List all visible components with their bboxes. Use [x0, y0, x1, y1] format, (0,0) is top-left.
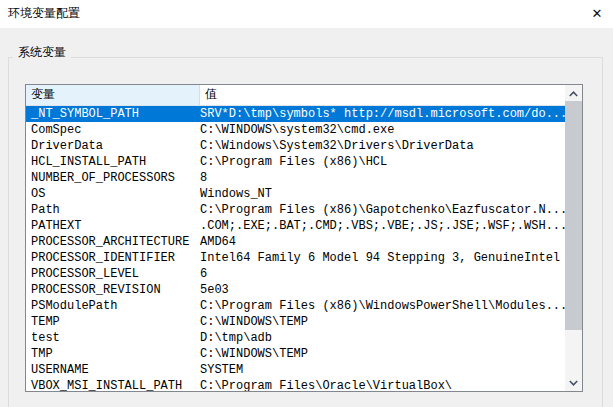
table-row[interactable]: PROCESSOR_ARCHITECTUREAMD64: [26, 234, 565, 250]
variable-value-cell: C:\Program Files (x86)\HCL: [200, 154, 565, 170]
environment-variables-dialog: 环境变量配置 ✕ 系统变量 变量 值 _NT_SYMBOL_PATHSRV*D:…: [0, 0, 613, 407]
table-content: 变量 值 _NT_SYMBOL_PATHSRV*D:\tmp\symbols* …: [26, 85, 565, 391]
variable-name-cell: PSModulePath: [26, 298, 200, 314]
variable-name-cell: test: [26, 330, 200, 346]
window-title: 环境变量配置: [8, 0, 80, 26]
variables-table: 变量 值 _NT_SYMBOL_PATHSRV*D:\tmp\symbols* …: [25, 84, 583, 392]
variable-name-cell: PATHEXT: [26, 218, 200, 234]
table-row[interactable]: PROCESSOR_REVISION5e03: [26, 282, 565, 298]
variable-value-cell: AMD64: [200, 234, 565, 250]
table-row[interactable]: PROCESSOR_IDENTIFIERIntel64 Family 6 Mod…: [26, 250, 565, 266]
variable-value-cell: 6: [200, 266, 565, 282]
variable-value-cell: C:\Program Files (x86)\WindowsPowerShell…: [200, 298, 565, 314]
table-header: 变量 值: [26, 85, 565, 106]
variable-value-cell: C:\Program Files\Oracle\VirtualBox\: [200, 378, 565, 391]
vertical-scrollbar[interactable]: [565, 85, 582, 391]
column-header-variable[interactable]: 变量: [26, 85, 200, 105]
variable-name-cell: HCL_INSTALL_PATH: [26, 154, 200, 170]
table-row[interactable]: NUMBER_OF_PROCESSORS8: [26, 170, 565, 186]
scrollbar-thumb[interactable]: [565, 101, 582, 330]
variable-name-cell: ComSpec: [26, 122, 200, 138]
close-icon[interactable]: ✕: [584, 0, 610, 26]
variable-name-cell: PROCESSOR_LEVEL: [26, 266, 200, 282]
variable-value-cell: C:\WINDOWS\system32\cmd.exe: [200, 122, 565, 138]
variable-value-cell: C:\Program Files (x86)\Gapotchenko\Eazfu…: [200, 202, 565, 218]
variable-name-cell: USERNAME: [26, 362, 200, 378]
table-row[interactable]: _NT_SYMBOL_PATHSRV*D:\tmp\symbols* http:…: [26, 106, 565, 122]
scroll-down-button[interactable]: [565, 374, 582, 391]
table-row[interactable]: HCL_INSTALL_PATHC:\Program Files (x86)\H…: [26, 154, 565, 170]
variable-value-cell: D:\tmp\adb: [200, 330, 565, 346]
variable-name-cell: NUMBER_OF_PROCESSORS: [26, 170, 200, 186]
variable-name-cell: PROCESSOR_IDENTIFIER: [26, 250, 200, 266]
table-row[interactable]: PathC:\Program Files (x86)\Gapotchenko\E…: [26, 202, 565, 218]
titlebar: 环境变量配置 ✕: [0, 0, 613, 28]
variable-value-cell: SRV*D:\tmp\symbols* http://msdl.microsof…: [200, 106, 565, 122]
table-row[interactable]: PATHEXT.COM;.EXE;.BAT;.CMD;.VBS;.VBE;.JS…: [26, 218, 565, 234]
variable-name-cell: TEMP: [26, 314, 200, 330]
table-row[interactable]: ComSpecC:\WINDOWS\system32\cmd.exe: [26, 122, 565, 138]
chevron-down-icon: [569, 380, 578, 386]
table-row[interactable]: TMPC:\WINDOWS\TEMP: [26, 346, 565, 362]
variable-value-cell: 8: [200, 170, 565, 186]
variable-value-cell: C:\Windows\System32\Drivers\DriverData: [200, 138, 565, 154]
variable-value-cell: 5e03: [200, 282, 565, 298]
scroll-up-button[interactable]: [565, 85, 582, 102]
variable-value-cell: Windows_NT: [200, 186, 565, 202]
variable-value-cell: C:\WINDOWS\TEMP: [200, 346, 565, 362]
variable-name-cell: VBOX_MSI_INSTALL_PATH: [26, 378, 200, 391]
table-row[interactable]: TEMPC:\WINDOWS\TEMP: [26, 314, 565, 330]
table-rows: _NT_SYMBOL_PATHSRV*D:\tmp\symbols* http:…: [26, 106, 565, 391]
variable-name-cell: Path: [26, 202, 200, 218]
table-row[interactable]: OSWindows_NT: [26, 186, 565, 202]
table-row[interactable]: VBOX_MSI_INSTALL_PATHC:\Program Files\Or…: [26, 378, 565, 391]
variable-name-cell: PROCESSOR_ARCHITECTURE: [26, 234, 200, 250]
variable-name-cell: PROCESSOR_REVISION: [26, 282, 200, 298]
column-header-value[interactable]: 值: [200, 85, 565, 105]
chevron-up-icon: [569, 91, 578, 97]
table-row[interactable]: USERNAMESYSTEM: [26, 362, 565, 378]
variable-value-cell: C:\WINDOWS\TEMP: [200, 314, 565, 330]
variable-name-cell: DriverData: [26, 138, 200, 154]
variable-value-cell: SYSTEM: [200, 362, 565, 378]
variable-name-cell: TMP: [26, 346, 200, 362]
variable-value-cell: Intel64 Family 6 Model 94 Stepping 3, Ge…: [200, 250, 565, 266]
variable-value-cell: .COM;.EXE;.BAT;.CMD;.VBS;.VBE;.JS;.JSE;.…: [200, 218, 565, 234]
table-row[interactable]: testD:\tmp\adb: [26, 330, 565, 346]
table-row[interactable]: DriverDataC:\Windows\System32\Drivers\Dr…: [26, 138, 565, 154]
table-row[interactable]: PSModulePathC:\Program Files (x86)\Windo…: [26, 298, 565, 314]
variable-name-cell: OS: [26, 186, 200, 202]
table-row[interactable]: PROCESSOR_LEVEL6: [26, 266, 565, 282]
groupbox-label: 系统变量: [13, 45, 71, 59]
variable-name-cell: _NT_SYMBOL_PATH: [26, 106, 200, 122]
